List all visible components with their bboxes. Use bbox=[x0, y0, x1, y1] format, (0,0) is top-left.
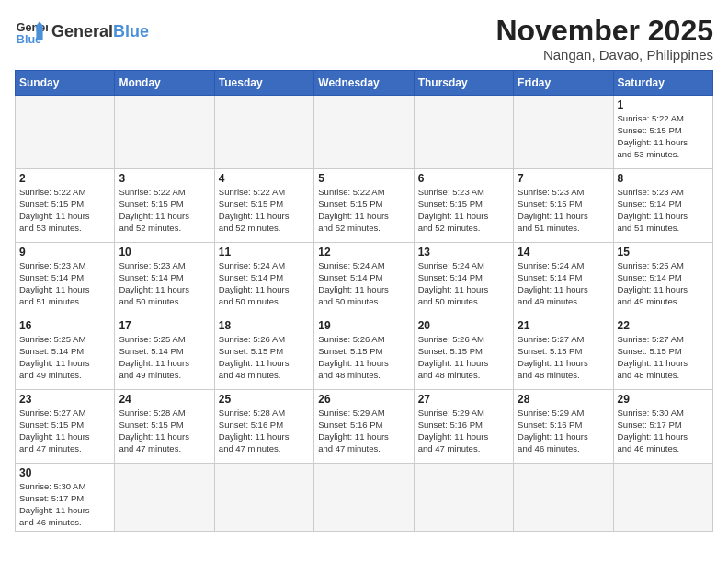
weekday-header-saturday: Saturday bbox=[613, 71, 712, 96]
day-number: 27 bbox=[418, 393, 509, 406]
day-number: 30 bbox=[19, 466, 110, 479]
day-number: 29 bbox=[618, 393, 709, 406]
calendar-cell: 7Sunrise: 5:23 AMSunset: 5:15 PMDaylight… bbox=[514, 169, 613, 243]
calendar-cell: 28Sunrise: 5:29 AMSunset: 5:16 PMDayligh… bbox=[514, 390, 613, 464]
day-info: Sunrise: 5:24 AMSunset: 5:14 PMDaylight:… bbox=[418, 260, 509, 307]
weekday-header-tuesday: Tuesday bbox=[214, 71, 313, 96]
calendar-cell bbox=[214, 464, 313, 532]
day-info: Sunrise: 5:27 AMSunset: 5:15 PMDaylight:… bbox=[618, 334, 709, 381]
calendar-week-3: 9Sunrise: 5:23 AMSunset: 5:14 PMDaylight… bbox=[16, 243, 713, 316]
day-info: Sunrise: 5:23 AMSunset: 5:14 PMDaylight:… bbox=[19, 260, 110, 307]
day-number: 15 bbox=[618, 246, 709, 259]
day-info: Sunrise: 5:23 AMSunset: 5:14 PMDaylight:… bbox=[618, 187, 709, 234]
weekday-header-sunday: Sunday bbox=[16, 71, 115, 96]
calendar-cell: 1Sunrise: 5:22 AMSunset: 5:15 PMDaylight… bbox=[613, 96, 712, 169]
calendar-cell: 16Sunrise: 5:25 AMSunset: 5:14 PMDayligh… bbox=[16, 316, 115, 390]
calendar-cell bbox=[613, 464, 712, 532]
day-number: 18 bbox=[219, 319, 310, 332]
calendar-cell: 24Sunrise: 5:28 AMSunset: 5:15 PMDayligh… bbox=[115, 390, 214, 464]
day-info: Sunrise: 5:22 AMSunset: 5:15 PMDaylight:… bbox=[19, 187, 110, 234]
day-number: 8 bbox=[618, 172, 709, 185]
calendar-cell: 18Sunrise: 5:26 AMSunset: 5:15 PMDayligh… bbox=[214, 316, 313, 390]
weekday-header-row: SundayMondayTuesdayWednesdayThursdayFrid… bbox=[16, 71, 713, 96]
day-number: 3 bbox=[119, 172, 210, 185]
day-info: Sunrise: 5:27 AMSunset: 5:15 PMDaylight:… bbox=[518, 334, 609, 381]
weekday-header-wednesday: Wednesday bbox=[314, 71, 414, 96]
day-info: Sunrise: 5:22 AMSunset: 5:15 PMDaylight:… bbox=[618, 113, 709, 160]
day-number: 28 bbox=[518, 393, 609, 406]
day-info: Sunrise: 5:26 AMSunset: 5:15 PMDaylight:… bbox=[219, 334, 310, 381]
day-number: 12 bbox=[318, 246, 409, 259]
calendar-week-2: 2Sunrise: 5:22 AMSunset: 5:15 PMDaylight… bbox=[16, 169, 713, 243]
calendar-cell bbox=[16, 96, 115, 169]
calendar-cell: 12Sunrise: 5:24 AMSunset: 5:14 PMDayligh… bbox=[314, 243, 414, 316]
day-number: 17 bbox=[119, 319, 210, 332]
logo-blue-text: Blue bbox=[113, 22, 149, 41]
calendar-cell: 29Sunrise: 5:30 AMSunset: 5:17 PMDayligh… bbox=[613, 390, 712, 464]
day-info: Sunrise: 5:29 AMSunset: 5:16 PMDaylight:… bbox=[418, 408, 509, 454]
day-info: Sunrise: 5:28 AMSunset: 5:16 PMDaylight:… bbox=[219, 408, 310, 454]
day-number: 5 bbox=[318, 172, 409, 185]
calendar-cell: 6Sunrise: 5:23 AMSunset: 5:15 PMDaylight… bbox=[414, 169, 513, 243]
location-subtitle: Nangan, Davao, Philippines bbox=[495, 47, 713, 63]
calendar-week-6: 30Sunrise: 5:30 AMSunset: 5:17 PMDayligh… bbox=[16, 464, 713, 532]
day-info: Sunrise: 5:25 AMSunset: 5:14 PMDaylight:… bbox=[618, 260, 709, 307]
calendar-cell bbox=[115, 464, 214, 532]
day-info: Sunrise: 5:26 AMSunset: 5:15 PMDaylight:… bbox=[318, 334, 409, 381]
calendar-cell bbox=[314, 96, 414, 169]
day-info: Sunrise: 5:24 AMSunset: 5:14 PMDaylight:… bbox=[318, 260, 409, 307]
month-title: November 2025 bbox=[495, 15, 713, 47]
calendar-cell: 10Sunrise: 5:23 AMSunset: 5:14 PMDayligh… bbox=[115, 243, 214, 316]
day-number: 2 bbox=[19, 172, 110, 185]
calendar-cell bbox=[314, 464, 414, 532]
day-info: Sunrise: 5:24 AMSunset: 5:14 PMDaylight:… bbox=[219, 260, 310, 307]
day-number: 25 bbox=[219, 393, 310, 406]
weekday-header-friday: Friday bbox=[514, 71, 613, 96]
calendar-cell: 26Sunrise: 5:29 AMSunset: 5:16 PMDayligh… bbox=[314, 390, 414, 464]
day-number: 23 bbox=[19, 393, 110, 406]
day-number: 6 bbox=[418, 172, 509, 185]
logo: General Blue GeneralBlue bbox=[15, 15, 149, 48]
day-number: 24 bbox=[119, 393, 210, 406]
day-number: 13 bbox=[418, 246, 509, 259]
day-number: 20 bbox=[418, 319, 509, 332]
calendar-week-5: 23Sunrise: 5:27 AMSunset: 5:15 PMDayligh… bbox=[16, 390, 713, 464]
calendar-week-4: 16Sunrise: 5:25 AMSunset: 5:14 PMDayligh… bbox=[16, 316, 713, 390]
day-info: Sunrise: 5:29 AMSunset: 5:16 PMDaylight:… bbox=[318, 408, 409, 454]
day-info: Sunrise: 5:29 AMSunset: 5:16 PMDaylight:… bbox=[518, 408, 609, 454]
day-number: 4 bbox=[219, 172, 310, 185]
day-number: 7 bbox=[518, 172, 609, 185]
day-info: Sunrise: 5:25 AMSunset: 5:14 PMDaylight:… bbox=[119, 334, 210, 381]
day-info: Sunrise: 5:28 AMSunset: 5:15 PMDaylight:… bbox=[119, 408, 210, 454]
day-info: Sunrise: 5:23 AMSunset: 5:14 PMDaylight:… bbox=[119, 260, 210, 307]
calendar-cell: 13Sunrise: 5:24 AMSunset: 5:14 PMDayligh… bbox=[414, 243, 513, 316]
weekday-header-thursday: Thursday bbox=[414, 71, 513, 96]
calendar-cell: 22Sunrise: 5:27 AMSunset: 5:15 PMDayligh… bbox=[613, 316, 712, 390]
day-info: Sunrise: 5:22 AMSunset: 5:15 PMDaylight:… bbox=[219, 187, 310, 234]
day-number: 11 bbox=[219, 246, 310, 259]
calendar-cell: 20Sunrise: 5:26 AMSunset: 5:15 PMDayligh… bbox=[414, 316, 513, 390]
calendar-cell bbox=[214, 96, 313, 169]
calendar-cell bbox=[414, 464, 513, 532]
day-number: 9 bbox=[19, 246, 110, 259]
day-info: Sunrise: 5:26 AMSunset: 5:15 PMDaylight:… bbox=[418, 334, 509, 381]
title-block: November 2025 Nangan, Davao, Philippines bbox=[495, 15, 713, 63]
calendar-cell: 3Sunrise: 5:22 AMSunset: 5:15 PMDaylight… bbox=[115, 169, 214, 243]
calendar-cell: 8Sunrise: 5:23 AMSunset: 5:14 PMDaylight… bbox=[613, 169, 712, 243]
day-number: 26 bbox=[318, 393, 409, 406]
calendar-cell: 15Sunrise: 5:25 AMSunset: 5:14 PMDayligh… bbox=[613, 243, 712, 316]
day-number: 22 bbox=[618, 319, 709, 332]
weekday-header-monday: Monday bbox=[115, 71, 214, 96]
calendar-cell bbox=[115, 96, 214, 169]
day-info: Sunrise: 5:30 AMSunset: 5:17 PMDaylight:… bbox=[618, 408, 709, 454]
day-number: 10 bbox=[119, 246, 210, 259]
calendar-cell bbox=[414, 96, 513, 169]
calendar-cell: 23Sunrise: 5:27 AMSunset: 5:15 PMDayligh… bbox=[16, 390, 115, 464]
logo-general-text: General bbox=[51, 22, 113, 41]
calendar-cell bbox=[514, 96, 613, 169]
calendar-cell: 11Sunrise: 5:24 AMSunset: 5:14 PMDayligh… bbox=[214, 243, 313, 316]
day-info: Sunrise: 5:24 AMSunset: 5:14 PMDaylight:… bbox=[518, 260, 609, 307]
calendar-cell: 30Sunrise: 5:30 AMSunset: 5:17 PMDayligh… bbox=[16, 464, 115, 532]
day-info: Sunrise: 5:27 AMSunset: 5:15 PMDaylight:… bbox=[19, 408, 110, 454]
day-number: 14 bbox=[518, 246, 609, 259]
